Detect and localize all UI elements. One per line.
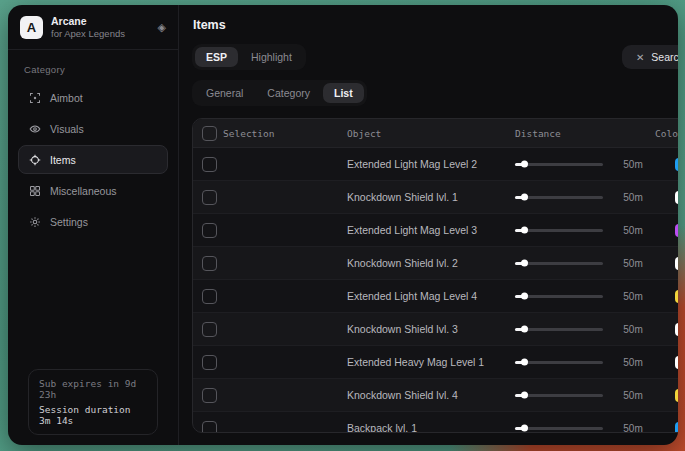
sidebar-item-label: Visuals bbox=[50, 123, 84, 135]
table-header: Selection Object Distance Color bbox=[193, 119, 678, 148]
color-cell bbox=[655, 158, 678, 171]
column-color: Color bbox=[655, 128, 678, 139]
crosshair-icon bbox=[28, 153, 41, 166]
color-cell bbox=[655, 422, 678, 434]
object-name: Knockdown Shield lvl. 4 bbox=[347, 389, 515, 401]
grid-icon bbox=[28, 184, 41, 197]
row-checkbox[interactable] bbox=[202, 256, 217, 271]
color-swatch[interactable] bbox=[675, 356, 678, 369]
sidebar: A Arcane for Apex Legends ◈ Category Aim… bbox=[8, 5, 179, 445]
sub-expires-text: Sub expires in 9d 23h bbox=[39, 378, 147, 400]
distance-slider[interactable] bbox=[515, 229, 603, 232]
column-object: Object bbox=[347, 128, 515, 139]
slider-thumb[interactable] bbox=[521, 359, 528, 366]
row-checkbox[interactable] bbox=[202, 355, 217, 370]
search-button[interactable]: ✕ Search bbox=[622, 45, 678, 69]
slider-thumb[interactable] bbox=[521, 392, 528, 399]
distance-value: 50m bbox=[611, 192, 655, 203]
session-duration-text: Session duration 3m 14s bbox=[39, 404, 147, 426]
color-cell bbox=[655, 191, 678, 204]
color-swatch[interactable] bbox=[675, 158, 678, 171]
color-swatch[interactable] bbox=[675, 323, 678, 336]
object-name: Knockdown Shield lvl. 2 bbox=[347, 257, 515, 269]
gem-icon[interactable]: ◈ bbox=[158, 21, 166, 34]
color-cell bbox=[655, 323, 678, 336]
distance-slider[interactable] bbox=[515, 394, 603, 397]
app-window: A Arcane for Apex Legends ◈ Category Aim… bbox=[8, 5, 678, 445]
distance-value: 50m bbox=[611, 357, 655, 368]
slider-thumb[interactable] bbox=[521, 260, 528, 267]
object-name: Backpack lvl. 1 bbox=[347, 422, 515, 433]
table-row: Extended Heavy Mag Level 150m bbox=[193, 346, 678, 379]
sidebar-nav: AimbotVisualsItemsMiscellaneousSettings bbox=[18, 83, 168, 238]
app-name: Arcane bbox=[51, 15, 150, 28]
aimbot-icon bbox=[28, 91, 41, 104]
distance-slider[interactable] bbox=[515, 328, 603, 331]
color-cell bbox=[655, 224, 678, 237]
object-name: Extended Light Mag Level 3 bbox=[347, 224, 515, 236]
distance-value: 50m bbox=[611, 258, 655, 269]
table-row: Knockdown Shield lvl. 150m bbox=[193, 181, 678, 214]
distance-slider[interactable] bbox=[515, 196, 603, 199]
distance-value: 50m bbox=[611, 423, 655, 434]
sidebar-item-items[interactable]: Items bbox=[18, 145, 168, 174]
table-row: Backpack lvl. 150m bbox=[193, 412, 678, 433]
table-body: Extended Light Mag Level 250mKnockdown S… bbox=[193, 148, 678, 433]
sidebar-item-label: Aimbot bbox=[50, 92, 83, 104]
distance-value: 50m bbox=[611, 291, 655, 302]
sidebar-item-visuals[interactable]: Visuals bbox=[18, 114, 168, 143]
object-name: Knockdown Shield lvl. 3 bbox=[347, 323, 515, 335]
subtab-category[interactable]: Category bbox=[256, 83, 321, 103]
subscription-info: Sub expires in 9d 23h Session duration 3… bbox=[28, 369, 158, 435]
row-checkbox[interactable] bbox=[202, 223, 217, 238]
color-swatch[interactable] bbox=[675, 422, 678, 434]
color-cell bbox=[655, 257, 678, 270]
items-table: Selection Object Distance Color Extended… bbox=[192, 118, 678, 433]
slider-thumb[interactable] bbox=[521, 293, 528, 300]
color-cell bbox=[655, 389, 678, 402]
sidebar-item-label: Settings bbox=[50, 216, 88, 228]
row-checkbox[interactable] bbox=[202, 190, 217, 205]
select-all-checkbox[interactable] bbox=[202, 126, 217, 141]
distance-slider[interactable] bbox=[515, 361, 603, 364]
eye-icon bbox=[28, 122, 41, 135]
distance-value: 50m bbox=[611, 390, 655, 401]
sidebar-item-miscellaneous[interactable]: Miscellaneous bbox=[18, 176, 168, 205]
toolbar: ESPHighlight ✕ Search bbox=[192, 44, 678, 70]
row-checkbox[interactable] bbox=[202, 289, 217, 304]
tab-highlight[interactable]: Highlight bbox=[240, 47, 303, 67]
distance-value: 50m bbox=[611, 324, 655, 335]
slider-thumb[interactable] bbox=[521, 194, 528, 201]
color-swatch[interactable] bbox=[675, 389, 678, 402]
row-checkbox[interactable] bbox=[202, 322, 217, 337]
page-title: Items bbox=[193, 18, 678, 32]
distance-slider[interactable] bbox=[515, 163, 603, 166]
row-checkbox[interactable] bbox=[202, 421, 217, 434]
color-swatch[interactable] bbox=[675, 224, 678, 237]
distance-slider[interactable] bbox=[515, 262, 603, 265]
subtab-general[interactable]: General bbox=[195, 83, 254, 103]
x-icon: ✕ bbox=[636, 52, 644, 63]
color-swatch[interactable] bbox=[675, 257, 678, 270]
row-checkbox[interactable] bbox=[202, 157, 217, 172]
slider-thumb[interactable] bbox=[521, 425, 528, 432]
app-subtitle: for Apex Legends bbox=[51, 28, 150, 40]
distance-slider[interactable] bbox=[515, 295, 603, 298]
color-swatch[interactable] bbox=[675, 191, 678, 204]
subtab-list[interactable]: List bbox=[323, 83, 364, 103]
slider-thumb[interactable] bbox=[521, 326, 528, 333]
color-swatch[interactable] bbox=[675, 290, 678, 303]
mode-tab-group: ESPHighlight bbox=[192, 44, 306, 70]
row-checkbox[interactable] bbox=[202, 388, 217, 403]
slider-thumb[interactable] bbox=[521, 161, 528, 168]
column-distance: Distance bbox=[515, 128, 655, 139]
distance-slider[interactable] bbox=[515, 427, 603, 430]
slider-thumb[interactable] bbox=[521, 227, 528, 234]
sidebar-item-settings[interactable]: Settings bbox=[18, 207, 168, 236]
tab-esp[interactable]: ESP bbox=[195, 47, 238, 67]
sidebar-item-aimbot[interactable]: Aimbot bbox=[18, 83, 168, 112]
column-selection: Selection bbox=[223, 128, 347, 139]
app-logo: A bbox=[20, 16, 43, 39]
table-row: Knockdown Shield lvl. 350m bbox=[193, 313, 678, 346]
color-cell bbox=[655, 356, 678, 369]
